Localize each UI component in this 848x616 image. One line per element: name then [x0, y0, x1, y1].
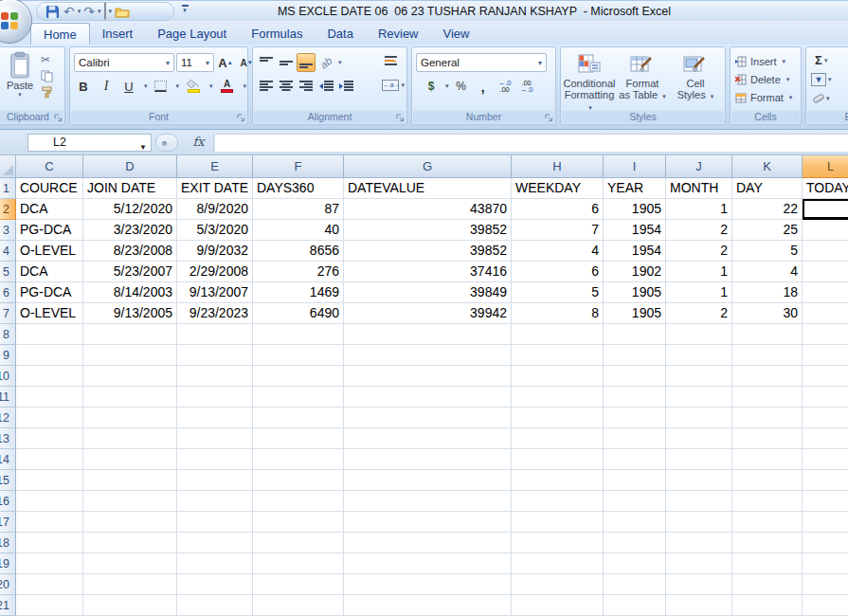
- paste-button[interactable]: Paste ▾: [3, 51, 37, 99]
- cell-L16[interactable]: [803, 491, 848, 512]
- cell-K4[interactable]: 5: [732, 241, 803, 262]
- cell-H12[interactable]: [512, 408, 604, 428]
- cell-F20[interactable]: [253, 574, 344, 595]
- row-header-10[interactable]: 10: [0, 366, 16, 387]
- cell-L9[interactable]: [803, 345, 848, 366]
- underline-button[interactable]: U: [119, 77, 138, 96]
- cell-J4[interactable]: 2: [666, 241, 732, 262]
- font-color-dropdown[interactable]: ▾: [244, 82, 247, 90]
- cell-H10[interactable]: [512, 366, 604, 387]
- cell-C19[interactable]: [16, 553, 83, 574]
- cell-I5[interactable]: 1902: [604, 262, 666, 282]
- cell-H19[interactable]: [512, 553, 604, 574]
- cell-H6[interactable]: 5: [512, 282, 604, 303]
- cell-C15[interactable]: [16, 470, 83, 491]
- cell-C3[interactable]: PG-DCA: [16, 220, 83, 241]
- cell-K6[interactable]: 18: [732, 282, 803, 303]
- cell-F16[interactable]: [253, 491, 344, 512]
- cell-K13[interactable]: [732, 428, 803, 449]
- cell-F14[interactable]: [253, 449, 344, 470]
- bold-button[interactable]: B: [74, 77, 93, 96]
- row-header-15[interactable]: 15: [0, 470, 16, 491]
- cell-E12[interactable]: [177, 408, 253, 428]
- cell-I11[interactable]: [604, 387, 666, 408]
- cell-J11[interactable]: [666, 387, 732, 408]
- cell-E16[interactable]: [177, 491, 253, 512]
- cell-F6[interactable]: 1469: [253, 282, 344, 303]
- cell-D2[interactable]: 5/12/2020: [83, 199, 177, 220]
- cell-K12[interactable]: [732, 408, 803, 428]
- align-right-button[interactable]: [297, 77, 316, 96]
- tab-page-layout[interactable]: Page Layout: [145, 23, 239, 45]
- row-header-18[interactable]: 18: [0, 533, 16, 553]
- cell-I21[interactable]: [604, 595, 666, 616]
- column-header-H[interactable]: H: [512, 155, 604, 178]
- cell-I14[interactable]: [604, 449, 666, 470]
- cell-C20[interactable]: [16, 574, 83, 595]
- cell-F3[interactable]: 40: [253, 220, 344, 241]
- tab-view[interactable]: View: [431, 23, 482, 45]
- cell-C18[interactable]: [16, 533, 83, 553]
- cell-G16[interactable]: [344, 491, 512, 512]
- align-center-button[interactable]: [277, 77, 296, 96]
- cell-K1[interactable]: DAY: [732, 178, 803, 199]
- font-family-select[interactable]: Calibri▾: [74, 53, 174, 72]
- cell-K7[interactable]: 30: [732, 303, 803, 324]
- cell-H20[interactable]: [512, 574, 604, 595]
- cell-I7[interactable]: 1905: [604, 303, 666, 324]
- cell-E2[interactable]: 8/9/2020: [177, 199, 253, 220]
- cell-F13[interactable]: [253, 428, 344, 449]
- cell-E8[interactable]: [177, 324, 253, 345]
- cell-H8[interactable]: [512, 324, 604, 345]
- cell-I13[interactable]: [604, 428, 666, 449]
- open-button[interactable]: [115, 6, 130, 18]
- cell-L17[interactable]: [803, 512, 848, 533]
- decrease-indent-button[interactable]: [316, 77, 335, 96]
- cell-E5[interactable]: 2/29/2008: [177, 262, 253, 282]
- cell-L21[interactable]: [803, 595, 848, 616]
- alignment-dialog-launcher[interactable]: [396, 114, 405, 122]
- cell-G8[interactable]: [344, 324, 512, 345]
- cell-D6[interactable]: 8/14/2003: [83, 282, 177, 303]
- cell-H2[interactable]: 6: [512, 199, 604, 220]
- cell-K3[interactable]: 25: [732, 220, 803, 241]
- borders-button[interactable]: [152, 77, 171, 96]
- cell-G13[interactable]: [344, 428, 512, 449]
- format-cells-button[interactable]: Format▾: [731, 88, 801, 106]
- column-header-J[interactable]: J: [666, 155, 732, 178]
- cell-K18[interactable]: [732, 533, 803, 553]
- cell-G3[interactable]: 39852: [344, 220, 512, 241]
- copy-button[interactable]: [41, 70, 53, 82]
- cell-H15[interactable]: [512, 470, 604, 491]
- cell-J8[interactable]: [666, 324, 732, 345]
- cell-D21[interactable]: [83, 595, 177, 616]
- column-header-D[interactable]: D: [83, 155, 177, 178]
- row-header-5[interactable]: 5: [0, 262, 16, 282]
- column-header-G[interactable]: G: [344, 155, 512, 178]
- cell-I17[interactable]: [604, 512, 666, 533]
- cell-L5[interactable]: [803, 262, 848, 282]
- cell-E21[interactable]: [177, 595, 253, 616]
- cell-E7[interactable]: 9/23/2023: [177, 303, 253, 324]
- cell-J17[interactable]: [666, 512, 732, 533]
- cell-J1[interactable]: MONTH: [666, 178, 732, 199]
- cell-J9[interactable]: [666, 345, 732, 366]
- cell-F10[interactable]: [253, 366, 344, 387]
- number-format-select[interactable]: General▾: [416, 53, 547, 72]
- eraser-dropdown[interactable]: ▾: [109, 8, 113, 15]
- cell-L7[interactable]: [803, 303, 848, 324]
- cell-J6[interactable]: 1: [666, 282, 732, 303]
- cell-I1[interactable]: YEAR: [604, 178, 666, 199]
- underline-dropdown[interactable]: ▾: [144, 82, 148, 90]
- cell-F7[interactable]: 6490: [253, 303, 344, 324]
- cell-H1[interactable]: WEEKDAY: [512, 178, 604, 199]
- cell-I15[interactable]: [604, 470, 666, 491]
- cell-C14[interactable]: [16, 449, 83, 470]
- row-header-17[interactable]: 17: [0, 512, 16, 533]
- cell-K8[interactable]: [732, 324, 803, 345]
- cell-I10[interactable]: [604, 366, 666, 387]
- cell-K5[interactable]: 4: [732, 262, 803, 282]
- cell-I9[interactable]: [604, 345, 666, 366]
- cell-E4[interactable]: 9/9/2032: [177, 241, 253, 262]
- font-color-button[interactable]: A: [217, 76, 238, 97]
